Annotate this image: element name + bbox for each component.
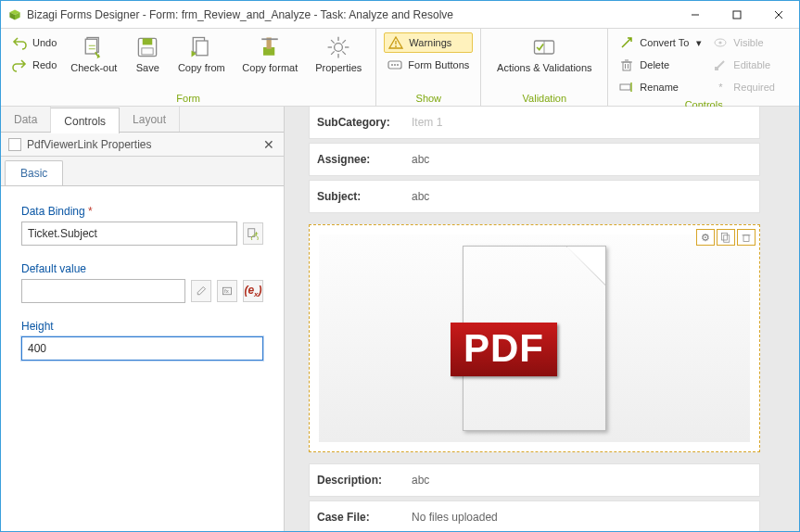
properties-button[interactable]: Properties	[309, 32, 368, 73]
svg-line-23	[343, 51, 347, 55]
left-panel: Data Controls Layout PdfViewerLink Prope…	[1, 107, 285, 531]
control-type-icon	[8, 138, 21, 151]
edit-default-button[interactable]	[191, 280, 211, 302]
ribbon-group-validation: Validation	[489, 91, 600, 104]
ribbon-group-show: Show	[384, 91, 473, 104]
ribbon: Undo Redo Check-out Save Copy from	[1, 29, 799, 107]
svg-text:fx: fx	[224, 288, 229, 294]
asterisk-icon: *	[713, 80, 728, 95]
properties-panel-title: PdfViewerLink Properties	[27, 138, 152, 151]
pdf-copy-button[interactable]	[717, 229, 735, 246]
ribbon-group-form: Form	[8, 91, 368, 104]
svg-point-17	[335, 44, 343, 52]
required-button[interactable]: * Required	[709, 77, 779, 97]
pdf-delete-button[interactable]	[737, 229, 756, 246]
svg-rect-11	[143, 38, 153, 44]
svg-rect-51	[722, 234, 728, 241]
undo-button[interactable]: Undo	[8, 32, 60, 53]
tab-controls[interactable]: Controls	[51, 108, 120, 133]
window-controls	[674, 1, 799, 28]
svg-point-43	[719, 41, 722, 44]
window-title: Bizagi Forms Designer - Form: frm_Review…	[27, 8, 453, 21]
save-button[interactable]: Save	[127, 32, 168, 73]
pdf-badge: PDF	[451, 323, 557, 376]
data-binding-input[interactable]	[21, 222, 237, 246]
data-binding-picker-button[interactable]	[243, 222, 263, 245]
pdf-page-icon: PDF	[463, 246, 606, 431]
pdf-viewer-control[interactable]: ⚙ PDF	[309, 224, 760, 452]
svg-point-32	[397, 64, 399, 66]
pdf-preview: PDF	[319, 234, 750, 442]
svg-rect-4	[733, 11, 741, 19]
default-value-label: Default value	[21, 262, 263, 275]
form-row-subcategory[interactable]: SubCategory: Item 1	[309, 107, 760, 139]
copy-format-button[interactable]: Copy format	[235, 32, 305, 73]
svg-rect-8	[86, 39, 97, 54]
erase-icon: (ex)	[244, 284, 261, 298]
svg-rect-14	[197, 41, 208, 56]
svg-rect-40	[620, 84, 630, 90]
convert-to-button[interactable]: Convert To▾	[616, 32, 705, 53]
actions-validations-button[interactable]: Actions & Validations	[489, 32, 600, 73]
close-panel-button[interactable]: ✕	[263, 137, 274, 152]
warnings-button[interactable]: Warnings	[384, 32, 473, 53]
form-canvas[interactable]: SubCategory: Item 1 Assignee: abc Subjec…	[285, 107, 799, 531]
svg-rect-52	[724, 235, 730, 243]
clear-default-button[interactable]: (ex)	[243, 280, 263, 302]
form-row-assignee[interactable]: Assignee: abc	[309, 143, 760, 176]
svg-point-30	[391, 64, 393, 66]
minimize-button[interactable]	[674, 1, 716, 28]
expression-default-button[interactable]: fx	[217, 280, 237, 302]
data-binding-label: Data Binding	[21, 205, 263, 218]
title-bar: Bizagi Forms Designer - Form: frm_Review…	[1, 1, 799, 29]
tab-data[interactable]: Data	[1, 107, 51, 132]
svg-line-45	[717, 61, 724, 68]
svg-line-22	[331, 40, 335, 44]
svg-line-25	[331, 51, 335, 55]
checkout-button[interactable]: Check-out	[64, 32, 123, 73]
tab-layout[interactable]: Layout	[120, 107, 180, 132]
form-row-subject[interactable]: Subject: abc	[309, 180, 760, 213]
redo-button[interactable]: Redo	[8, 55, 60, 75]
default-value-input[interactable]	[21, 279, 185, 303]
editable-button[interactable]: Editable	[709, 55, 779, 75]
app-logo-icon	[8, 8, 21, 21]
svg-point-28	[395, 45, 397, 47]
maximize-button[interactable]	[716, 1, 757, 28]
delete-button[interactable]: Delete	[616, 55, 705, 75]
pdf-settings-button[interactable]: ⚙	[696, 229, 715, 246]
form-row-casefile[interactable]: Case File: No files uploaded	[309, 500, 760, 531]
form-buttons-button[interactable]: Form Buttons	[384, 55, 473, 75]
gear-icon: ⚙	[701, 232, 710, 244]
rename-button[interactable]: Rename	[616, 77, 705, 97]
properties-panel-header: PdfViewerLink Properties ✕	[1, 133, 284, 157]
svg-rect-12	[142, 48, 153, 55]
tab-basic[interactable]: Basic	[5, 160, 63, 185]
height-label: Height	[21, 320, 263, 333]
svg-point-31	[394, 64, 396, 66]
svg-rect-35	[623, 62, 630, 70]
chevron-down-icon: ▾	[696, 37, 702, 49]
height-input[interactable]	[21, 336, 263, 361]
visible-button[interactable]: Visible	[709, 32, 779, 53]
close-button[interactable]	[757, 1, 799, 28]
panel-tabs: Data Controls Layout	[1, 107, 284, 133]
copy-from-button[interactable]: Copy from	[171, 32, 231, 73]
svg-rect-53	[743, 235, 749, 242]
svg-line-24	[343, 40, 347, 44]
form-row-description[interactable]: Description: abc	[309, 463, 760, 497]
